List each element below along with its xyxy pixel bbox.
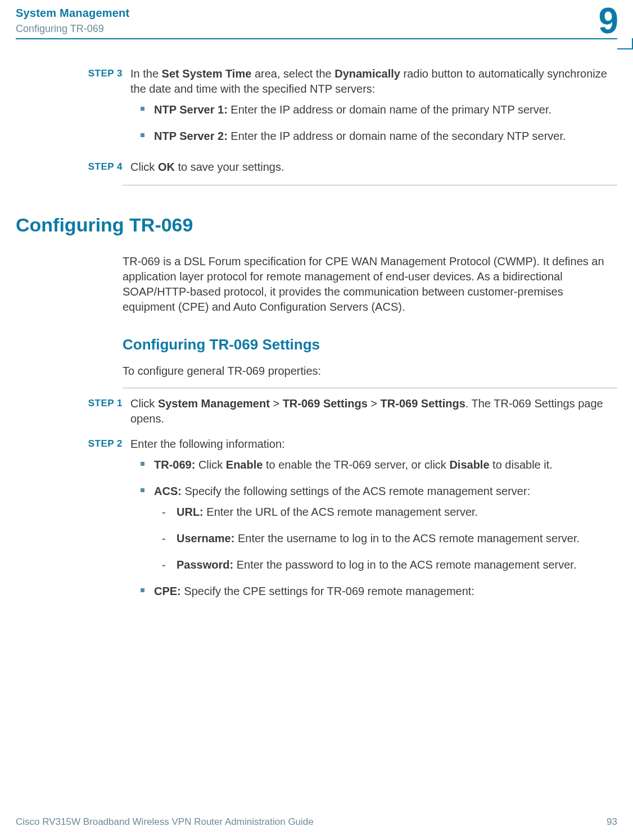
list-item: CPE: Specify the CPE settings for TR-069… <box>130 584 617 599</box>
step-1-label: STEP 1 <box>16 396 130 432</box>
step-3-label: STEP 3 <box>16 66 130 155</box>
h2-intro: To configure general TR-069 properties: <box>123 364 617 379</box>
password-text: Enter the password to log in to the ACS … <box>233 559 576 571</box>
step-1: STEP 1 Click System Management > TR-069 … <box>16 396 617 432</box>
step-2-body: Enter the following information: TR-069:… <box>130 437 617 610</box>
bold-set-system-time: Set System Time <box>162 67 252 80</box>
h2-configuring-settings: Configuring TR-069 Settings <box>123 335 617 355</box>
square-bullet-icon <box>141 588 144 592</box>
section-intro: TR-069 is a DSL Forum specification for … <box>123 254 617 315</box>
text: to save your settings. <box>175 161 284 173</box>
steps-top-rule <box>123 388 617 388</box>
url-text: Enter the URL of the ACS remote manageme… <box>204 506 478 518</box>
list-item: - Password: Enter the password to log in… <box>154 557 617 573</box>
header-rule <box>16 38 617 39</box>
step-3-text: In the Set System Time area, select the … <box>130 66 617 97</box>
h1-configuring-tr069: Configuring TR-069 <box>16 212 617 238</box>
text: Click <box>195 458 225 471</box>
text: to enable the TR-069 server, or click <box>263 458 449 471</box>
ntp1-label: NTP Server 1: <box>154 103 228 116</box>
url-label: URL: <box>177 506 204 518</box>
square-bullet-icon <box>141 107 144 111</box>
text: In the <box>130 67 162 80</box>
step-2: STEP 2 Enter the following information: … <box>16 437 617 610</box>
step-4-label: STEP 4 <box>16 160 130 180</box>
header-subtitle: Configuring TR-069 <box>16 22 129 35</box>
cpe-label: CPE: <box>154 585 181 597</box>
list-item: NTP Server 2: Enter the IP address or do… <box>130 129 617 144</box>
ntp1-text: Enter the IP address or domain name of t… <box>228 103 551 116</box>
text: > <box>368 397 381 410</box>
acs-sublist: - URL: Enter the URL of the ACS remote m… <box>154 505 617 573</box>
text: > <box>270 397 283 410</box>
tr069-label: TR-069: <box>154 458 195 471</box>
footer-guide-title: Cisco RV315W Broadband Wireless VPN Rout… <box>16 816 314 829</box>
bold-enable: Enable <box>226 458 263 471</box>
dash-bullet-icon: - <box>162 557 166 573</box>
acs-label: ACS: <box>154 485 182 497</box>
square-bullet-icon <box>141 133 144 137</box>
page-header: System Management Configuring TR-069 9 <box>0 0 633 48</box>
text: Click <box>130 161 158 173</box>
header-title: System Management <box>16 6 129 21</box>
bold-ok: OK <box>158 161 175 173</box>
bold-sysmgmt: System Management <box>158 397 270 410</box>
step-3-body: In the Set System Time area, select the … <box>130 66 617 155</box>
chapter-tab-notch <box>618 0 633 48</box>
list-item: TR-069: Click Enable to enable the TR-06… <box>130 457 617 473</box>
section-intro-block: TR-069 is a DSL Forum specification for … <box>123 254 617 379</box>
dash-bullet-icon: - <box>162 505 166 520</box>
bold-disable: Disable <box>449 458 489 471</box>
password-label: Password: <box>177 559 233 571</box>
step-4: STEP 4 Click OK to save your settings. <box>16 160 617 180</box>
step-2-bullets: TR-069: Click Enable to enable the TR-06… <box>130 457 617 599</box>
list-item: ACS: Specify the following settings of t… <box>130 484 617 573</box>
chapter-badge: 9 <box>572 0 617 48</box>
header-left: System Management Configuring TR-069 <box>16 6 129 35</box>
step-3: STEP 3 In the Set System Time area, sele… <box>16 66 617 155</box>
list-item: NTP Server 1: Enter the IP address or do… <box>130 102 617 117</box>
username-text: Enter the username to log in to the ACS … <box>234 532 580 544</box>
text: area, select the <box>251 67 334 80</box>
footer-page-number: 93 <box>607 816 617 829</box>
acs-text: Specify the following settings of the AC… <box>182 485 530 497</box>
step-2-label: STEP 2 <box>16 437 130 610</box>
page: System Management Configuring TR-069 9 S… <box>0 0 633 840</box>
step-1-body: Click System Management > TR-069 Setting… <box>130 396 617 432</box>
bold-tr069-settings-2: TR-069 Settings <box>381 397 465 410</box>
step-4-text: Click OK to save your settings. <box>130 160 617 175</box>
section-end-rule <box>123 185 617 185</box>
list-item: - URL: Enter the URL of the ACS remote m… <box>154 505 617 520</box>
text: Click <box>130 397 158 410</box>
cpe-text: Specify the CPE settings for TR-069 remo… <box>181 585 474 597</box>
page-footer: Cisco RV315W Broadband Wireless VPN Rout… <box>16 816 617 829</box>
step-4-body: Click OK to save your settings. <box>130 160 617 180</box>
content-area: STEP 3 In the Set System Time area, sele… <box>16 66 617 809</box>
ntp2-text: Enter the IP address or domain name of t… <box>228 130 566 142</box>
text: to disable it. <box>490 458 553 471</box>
square-bullet-icon <box>141 462 144 466</box>
bold-dynamically: Dynamically <box>334 67 400 80</box>
username-label: Username: <box>177 532 234 544</box>
header-rule-wrap <box>16 38 617 39</box>
square-bullet-icon <box>141 488 144 492</box>
bold-tr069-settings-1: TR-069 Settings <box>283 397 368 410</box>
list-item: - Username: Enter the username to log in… <box>154 531 617 546</box>
dash-bullet-icon: - <box>162 531 166 546</box>
step-2-intro: Enter the following information: <box>130 437 617 452</box>
ntp2-label: NTP Server 2: <box>154 130 228 142</box>
step-3-bullets: NTP Server 1: Enter the IP address or do… <box>130 102 617 144</box>
step-1-text: Click System Management > TR-069 Setting… <box>130 396 617 426</box>
